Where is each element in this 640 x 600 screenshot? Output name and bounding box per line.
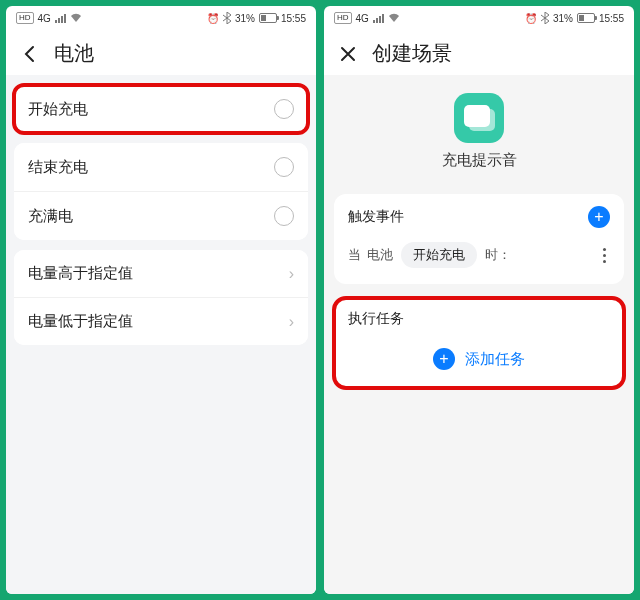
chevron-right-icon: › bbox=[289, 265, 294, 283]
header: 电池 bbox=[6, 30, 316, 75]
header: 创建场景 bbox=[324, 30, 634, 75]
trigger-suffix: 时： bbox=[485, 246, 511, 264]
trigger-section: 触发事件 + 当 电池 开始充电 时： bbox=[334, 194, 624, 284]
list-content: 开始充电 结束充电 充满电 电量高于指定值 › bbox=[6, 75, 316, 594]
hd-badge: HD bbox=[16, 12, 34, 24]
radio-icon bbox=[274, 206, 294, 226]
back-button[interactable] bbox=[20, 44, 40, 64]
radio-icon bbox=[274, 99, 294, 119]
signal-icon bbox=[55, 14, 66, 23]
tasks-section: 执行任务 + 添加任务 bbox=[334, 298, 624, 388]
battery-icon bbox=[577, 13, 595, 23]
time-label: 15:55 bbox=[281, 13, 306, 24]
option-label: 开始充电 bbox=[28, 100, 88, 119]
alarm-icon: ⏰ bbox=[525, 13, 537, 24]
more-menu-icon[interactable] bbox=[599, 248, 610, 263]
net-label: 4G bbox=[356, 13, 369, 24]
scene-content: 充电提示音 触发事件 + 当 电池 开始充电 时： 执行任务 + 添加任务 bbox=[324, 75, 634, 594]
radio-icon bbox=[274, 157, 294, 177]
when-label: 当 bbox=[348, 246, 361, 264]
close-button[interactable] bbox=[338, 44, 358, 64]
battery-icon bbox=[259, 13, 277, 23]
hd-badge: HD bbox=[334, 12, 352, 24]
chevron-right-icon: › bbox=[289, 313, 294, 331]
list-card-1: 开始充电 bbox=[14, 85, 308, 133]
trigger-value-chip[interactable]: 开始充电 bbox=[401, 242, 477, 268]
phone-left: HD 4G ⏰ 31% 15:55 电池 开始充电 结束充电 bbox=[6, 6, 316, 594]
signal-icon bbox=[373, 14, 384, 23]
list-card-3: 电量高于指定值 › 电量低于指定值 › bbox=[14, 250, 308, 345]
list-card-2: 结束充电 充满电 bbox=[14, 143, 308, 240]
trigger-condition-row[interactable]: 当 电池 开始充电 时： bbox=[348, 238, 610, 272]
status-bar: HD 4G ⏰ 31% 15:55 bbox=[324, 6, 634, 30]
option-label: 电量高于指定值 bbox=[28, 264, 133, 283]
battery-pct: 31% bbox=[235, 13, 255, 24]
status-bar: HD 4G ⏰ 31% 15:55 bbox=[6, 6, 316, 30]
page-title: 创建场景 bbox=[372, 40, 452, 67]
option-label: 充满电 bbox=[28, 207, 73, 226]
bluetooth-icon bbox=[223, 12, 231, 24]
plus-icon: + bbox=[433, 348, 455, 370]
option-above-level[interactable]: 电量高于指定值 › bbox=[14, 250, 308, 297]
scene-icon[interactable] bbox=[454, 93, 504, 143]
phone-right: HD 4G ⏰ 31% 15:55 创建场景 充电提示音 触发事件 + bbox=[324, 6, 634, 594]
trigger-title: 触发事件 bbox=[348, 208, 404, 226]
battery-pct: 31% bbox=[553, 13, 573, 24]
bluetooth-icon bbox=[541, 12, 549, 24]
add-trigger-button[interactable]: + bbox=[588, 206, 610, 228]
scene-name[interactable]: 充电提示音 bbox=[324, 151, 634, 170]
add-task-button[interactable]: + 添加任务 bbox=[348, 334, 610, 384]
time-label: 15:55 bbox=[599, 13, 624, 24]
wifi-icon bbox=[70, 13, 82, 23]
tasks-title: 执行任务 bbox=[348, 310, 404, 328]
net-label: 4G bbox=[38, 13, 51, 24]
option-start-charging[interactable]: 开始充电 bbox=[14, 85, 308, 133]
option-below-level[interactable]: 电量低于指定值 › bbox=[14, 297, 308, 345]
option-label: 电量低于指定值 bbox=[28, 312, 133, 331]
option-label: 结束充电 bbox=[28, 158, 88, 177]
alarm-icon: ⏰ bbox=[207, 13, 219, 24]
trigger-category: 电池 bbox=[367, 246, 393, 264]
option-stop-charging[interactable]: 结束充电 bbox=[14, 143, 308, 191]
option-full-charge[interactable]: 充满电 bbox=[14, 191, 308, 240]
add-task-label: 添加任务 bbox=[465, 350, 525, 369]
wifi-icon bbox=[388, 13, 400, 23]
page-title: 电池 bbox=[54, 40, 94, 67]
